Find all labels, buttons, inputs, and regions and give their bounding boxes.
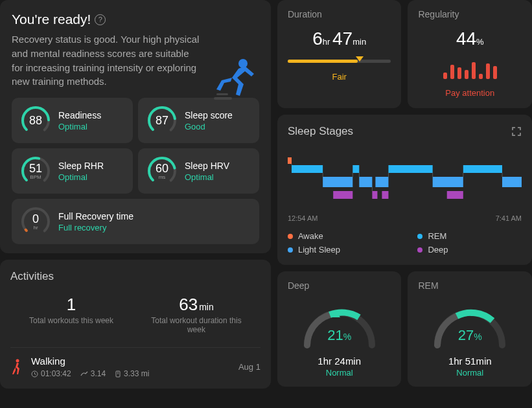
total-workouts-stat: 1 Total workouts this week xyxy=(29,295,113,334)
metric-tile[interactable]: 87 Sleep score Good xyxy=(138,98,259,143)
deep-status: Normal xyxy=(288,368,391,378)
metric-label: Readiness xyxy=(58,109,101,121)
sleep-legend: Awake REM Light Sleep Deep xyxy=(288,231,522,255)
rem-duration: 1hr 51min xyxy=(418,356,522,367)
gauge-icon: 51BPM xyxy=(19,155,52,187)
svg-rect-22 xyxy=(463,165,502,173)
svg-rect-25 xyxy=(375,177,388,187)
gauge-icon: 87 xyxy=(146,104,178,137)
metric-status: Optimal xyxy=(185,172,229,182)
readiness-description: Recovery status is good. Your high physi… xyxy=(12,32,200,89)
activity-date: Aug 1 xyxy=(238,362,260,372)
metric-label: Sleep RHR xyxy=(58,160,104,172)
duration-bar xyxy=(288,60,391,63)
regularity-bar xyxy=(472,62,476,79)
deep-title: Deep xyxy=(288,280,391,291)
regularity-bars xyxy=(418,60,522,79)
activity-item[interactable]: Walking 01:03:42 3.14 3.33 mi Aug 1 xyxy=(10,347,260,378)
rem-card[interactable]: REM 27% 1hr 51min Normal xyxy=(408,271,532,387)
metric-tile[interactable]: 0hr Full Recovery time Full recovery xyxy=(12,199,259,244)
readiness-card: You're ready! ? Recovery status is good.… xyxy=(0,0,271,253)
regularity-status: Pay attention xyxy=(418,88,522,98)
regularity-card[interactable]: Regularity 44% Pay attention xyxy=(408,0,532,108)
svg-rect-26 xyxy=(433,177,463,187)
total-duration-stat: 63min Total workout duration this week xyxy=(151,295,242,334)
activity-time: 01:03:42 xyxy=(31,369,71,378)
gauge-icon: 88 xyxy=(19,104,52,137)
svg-rect-28 xyxy=(333,191,353,199)
svg-rect-19 xyxy=(292,165,323,173)
sleep-stages-card: Sleep Stages xyxy=(277,115,532,265)
sleep-stages-title: Sleep Stages xyxy=(288,125,353,138)
deep-card[interactable]: Deep 21% 1hr 24min Normal xyxy=(277,271,402,387)
svg-rect-20 xyxy=(353,165,359,173)
svg-point-0 xyxy=(238,59,248,68)
runner-icon xyxy=(207,57,259,102)
regularity-bar xyxy=(493,66,497,79)
metric-label: Sleep HRV xyxy=(185,160,229,172)
svg-rect-29 xyxy=(372,191,377,199)
rem-title: REM xyxy=(418,280,522,291)
svg-rect-1 xyxy=(214,97,232,100)
metric-status: Good xyxy=(185,122,233,131)
metric-status: Optimal xyxy=(58,172,104,182)
svg-point-13 xyxy=(16,359,19,362)
deep-gauge: 21% xyxy=(297,300,382,352)
duration-title: Duration xyxy=(288,9,391,19)
metric-label: Full Recovery time xyxy=(58,210,133,222)
expand-icon[interactable] xyxy=(511,126,522,137)
svg-rect-30 xyxy=(382,191,388,199)
gauge-icon: 0hr xyxy=(19,205,52,238)
svg-rect-18 xyxy=(288,157,292,164)
regularity-bar xyxy=(465,70,468,79)
metric-label: Sleep score xyxy=(185,109,233,121)
svg-rect-27 xyxy=(502,177,522,187)
sleep-end-time: 7:41 AM xyxy=(496,214,522,222)
svg-rect-23 xyxy=(323,177,353,187)
help-icon[interactable]: ? xyxy=(95,14,106,25)
sleep-hypnogram xyxy=(288,151,522,209)
svg-rect-21 xyxy=(388,165,432,173)
activity-name: Walking xyxy=(31,356,231,367)
walking-icon xyxy=(10,359,23,376)
metric-tile[interactable]: 51BPM Sleep RHR Optimal xyxy=(12,148,133,194)
gauge-icon: 60ms xyxy=(146,155,178,187)
activities-title: Activities xyxy=(10,270,260,283)
activities-card: Activities 1 Total workouts this week 63… xyxy=(0,260,271,389)
metric-status: Optimal xyxy=(58,122,101,131)
regularity-value: 44% xyxy=(418,28,522,49)
regularity-bar xyxy=(457,67,461,79)
rem-gauge: 27% xyxy=(428,300,512,352)
regularity-bar xyxy=(479,74,483,79)
rem-status: Normal xyxy=(418,368,522,378)
activity-distance: 3.33 mi xyxy=(115,369,149,378)
svg-rect-31 xyxy=(447,191,463,199)
sleep-start-time: 12:54 AM xyxy=(288,214,318,222)
metric-tile[interactable]: 88 Readiness Optimal xyxy=(12,98,133,143)
svg-rect-24 xyxy=(359,177,372,187)
svg-rect-2 xyxy=(216,93,228,95)
readiness-title: You're ready! xyxy=(12,12,91,27)
activity-pace: 3.14 xyxy=(80,369,106,378)
duration-value: 6hr 47min xyxy=(288,28,391,49)
regularity-bar xyxy=(443,73,447,79)
deep-duration: 1hr 24min xyxy=(288,356,391,367)
metric-tile[interactable]: 60ms Sleep HRV Optimal xyxy=(138,148,259,194)
regularity-bar xyxy=(450,65,454,79)
regularity-bar xyxy=(486,63,490,79)
duration-card[interactable]: Duration 6hr 47min Fair xyxy=(277,0,402,108)
regularity-title: Regularity xyxy=(418,9,522,19)
duration-status: Fair xyxy=(288,72,391,82)
metric-status: Full recovery xyxy=(58,223,133,232)
